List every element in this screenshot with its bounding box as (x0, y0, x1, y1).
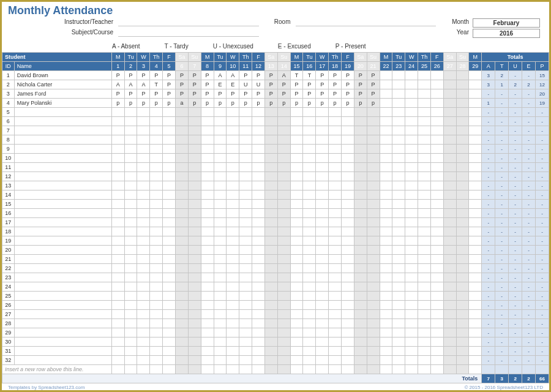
cell-mark[interactable] (124, 356, 137, 365)
cell-mark[interactable] (367, 172, 380, 181)
cell-name[interactable] (14, 163, 111, 172)
cell-name[interactable] (14, 337, 111, 347)
cell-mark[interactable] (111, 227, 124, 236)
cell-mark[interactable] (392, 145, 405, 154)
cell-mark[interactable] (264, 172, 277, 181)
cell-mark[interactable] (277, 246, 290, 255)
cell-mark[interactable]: P (111, 89, 124, 99)
cell-mark[interactable] (329, 163, 342, 172)
cell-mark[interactable] (405, 135, 418, 145)
cell-mark[interactable] (264, 108, 277, 117)
cell-mark[interactable] (405, 282, 418, 292)
cell-mark[interactable] (303, 282, 316, 292)
cell-mark[interactable]: P (163, 71, 176, 80)
cell-mark[interactable] (239, 310, 252, 319)
cell-mark[interactable] (303, 246, 316, 255)
cell-mark[interactable] (188, 264, 201, 273)
cell-mark[interactable] (176, 126, 189, 135)
cell-mark[interactable] (405, 255, 418, 264)
cell-mark[interactable] (214, 282, 227, 292)
cell-mark[interactable] (111, 135, 124, 145)
cell-mark[interactable] (392, 301, 405, 310)
cell-mark[interactable] (188, 236, 201, 246)
cell-mark[interactable] (405, 99, 418, 108)
cell-mark[interactable]: P (239, 71, 252, 80)
cell-mark[interactable] (227, 135, 239, 145)
cell-mark[interactable] (252, 347, 265, 356)
cell-mark[interactable] (316, 163, 329, 172)
cell-mark[interactable] (354, 337, 367, 347)
cell-mark[interactable] (111, 337, 124, 347)
cell-mark[interactable] (214, 337, 227, 347)
cell-mark[interactable] (290, 236, 303, 246)
cell-mark[interactable] (316, 218, 329, 227)
cell-mark[interactable] (239, 246, 252, 255)
cell-mark[interactable] (137, 163, 150, 172)
cell-mark[interactable] (252, 264, 265, 273)
cell-id[interactable]: 19 (2, 236, 15, 246)
cell-mark[interactable] (111, 126, 124, 135)
cell-mark[interactable] (214, 227, 227, 236)
cell-mark[interactable] (367, 337, 380, 347)
cell-mark[interactable] (150, 154, 163, 163)
cell-mark[interactable] (329, 227, 342, 236)
cell-mark[interactable] (252, 227, 265, 236)
cell-mark[interactable] (137, 135, 150, 145)
cell-mark[interactable] (430, 282, 443, 292)
cell-mark[interactable] (430, 209, 443, 218)
cell-mark[interactable]: a (176, 99, 189, 108)
cell-mark[interactable] (124, 282, 137, 292)
cell-mark[interactable] (392, 163, 405, 172)
cell-mark[interactable] (252, 319, 265, 328)
cell-mark[interactable] (176, 145, 189, 154)
cell-mark[interactable] (443, 190, 456, 200)
cell-mark[interactable] (137, 292, 150, 301)
cell-mark[interactable] (443, 347, 456, 356)
cell-mark[interactable] (227, 200, 239, 209)
cell-id[interactable]: 29 (2, 328, 15, 337)
cell-mark[interactable] (137, 236, 150, 246)
year-input[interactable]: 2016 (473, 29, 540, 38)
cell-mark[interactable] (201, 227, 214, 236)
cell-name[interactable] (14, 246, 111, 255)
cell-mark[interactable] (392, 264, 405, 273)
cell-mark[interactable] (201, 337, 214, 347)
cell-mark[interactable] (188, 292, 201, 301)
cell-mark[interactable] (418, 337, 431, 347)
cell-mark[interactable] (405, 337, 418, 347)
cell-mark[interactable] (252, 145, 265, 154)
cell-mark[interactable] (201, 264, 214, 273)
cell-mark[interactable] (316, 246, 329, 255)
cell-mark[interactable] (176, 292, 189, 301)
cell-mark[interactable] (303, 310, 316, 319)
cell-mark[interactable] (111, 356, 124, 365)
cell-mark[interactable] (380, 273, 392, 282)
cell-mark[interactable] (239, 145, 252, 154)
cell-mark[interactable] (124, 126, 137, 135)
cell-mark[interactable] (150, 337, 163, 347)
cell-mark[interactable] (456, 200, 469, 209)
cell-mark[interactable] (469, 246, 482, 255)
cell-mark[interactable] (329, 200, 342, 209)
cell-mark[interactable]: P (303, 89, 316, 99)
cell-mark[interactable] (214, 273, 227, 282)
cell-mark[interactable] (303, 200, 316, 209)
cell-mark[interactable] (163, 209, 176, 218)
cell-mark[interactable] (329, 108, 342, 117)
cell-mark[interactable] (430, 236, 443, 246)
cell-mark[interactable] (316, 145, 329, 154)
cell-mark[interactable] (303, 264, 316, 273)
cell-mark[interactable] (150, 135, 163, 145)
cell-mark[interactable] (354, 181, 367, 190)
cell-mark[interactable]: A (277, 71, 290, 80)
cell-mark[interactable] (201, 292, 214, 301)
cell-mark[interactable] (201, 181, 214, 190)
cell-mark[interactable] (214, 310, 227, 319)
cell-mark[interactable] (111, 200, 124, 209)
cell-name[interactable]: Nichola Carter (14, 80, 111, 89)
cell-mark[interactable] (188, 273, 201, 282)
cell-mark[interactable] (214, 301, 227, 310)
cell-mark[interactable] (392, 227, 405, 236)
cell-id[interactable]: 11 (2, 163, 15, 172)
cell-mark[interactable] (380, 356, 392, 365)
